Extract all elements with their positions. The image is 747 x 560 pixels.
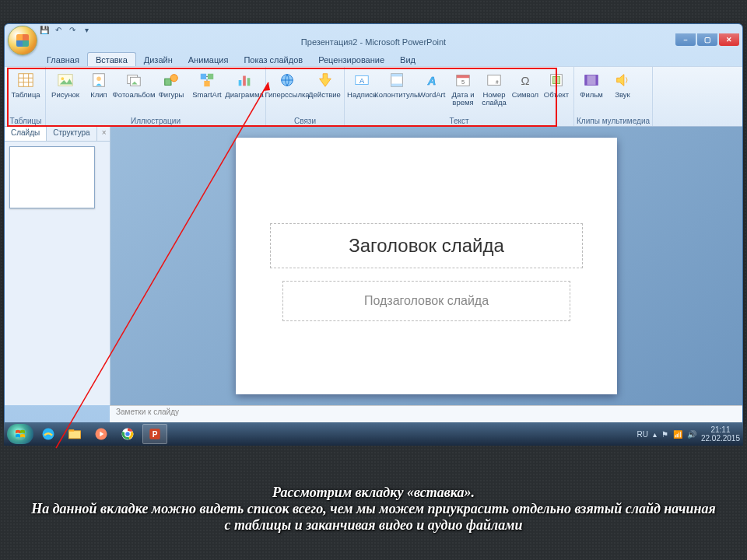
svg-text:P: P	[153, 430, 158, 439]
svg-rect-23	[391, 74, 403, 77]
taskbar-ie[interactable]	[37, 425, 60, 443]
powerpoint-window: 💾 ↶ ↷ ▾ Презентация2 - Microsoft PowerPo…	[4, 23, 743, 424]
headerfooter-icon	[388, 71, 406, 89]
slide-thumbnail-1[interactable]	[9, 146, 95, 208]
svg-point-43	[125, 432, 131, 437]
tab-review[interactable]: Рецензирование	[310, 53, 392, 66]
svg-rect-39	[69, 431, 81, 439]
taskbar-powerpoint[interactable]: P	[142, 424, 167, 444]
svg-rect-10	[130, 77, 140, 86]
picture-icon	[56, 71, 75, 89]
svg-rect-17	[243, 76, 246, 86]
svg-point-37	[14, 428, 27, 441]
notes-pane[interactable]: Заметки к слайду	[110, 405, 742, 423]
svg-rect-0	[19, 74, 33, 87]
navtab-outline[interactable]: Структура	[47, 127, 96, 141]
btn-chart[interactable]: Диаграмма	[226, 69, 263, 100]
btn-object[interactable]: Объект	[542, 69, 571, 100]
slidenum-icon: #	[485, 71, 503, 89]
tab-design[interactable]: Дизайн	[136, 53, 181, 66]
svg-rect-40	[69, 429, 75, 432]
btn-symbol[interactable]: ΩСимвол	[510, 69, 540, 100]
start-button[interactable]	[7, 424, 33, 444]
btn-smartart[interactable]: SmartArt	[190, 69, 224, 100]
wordart-icon: A	[423, 71, 441, 89]
close-button[interactable]: ✕	[719, 33, 739, 46]
window-title: Презентация2 - Microsoft PowerPoint	[301, 37, 446, 47]
tab-view[interactable]: Вид	[392, 53, 423, 66]
btn-textbox[interactable]: AНадпись	[347, 69, 377, 100]
btn-clip[interactable]: Клип	[84, 69, 114, 100]
btn-action[interactable]: Действие	[307, 69, 342, 100]
slide-canvas[interactable]: Заголовок слайда Подзаголовок слайда	[236, 138, 617, 394]
navtab-slides[interactable]: Слайды	[5, 127, 47, 141]
chart-icon	[235, 71, 254, 89]
svg-text:5: 5	[461, 79, 465, 86]
svg-text:Ω: Ω	[521, 75, 530, 87]
symbol-icon: Ω	[516, 71, 535, 89]
taskbar-mediaplayer[interactable]	[89, 425, 113, 443]
svg-text:A: A	[359, 77, 365, 85]
tab-slideshow[interactable]: Показ слайдов	[236, 53, 310, 66]
svg-rect-33	[552, 76, 559, 83]
qat-save-icon[interactable]: 💾	[39, 24, 50, 35]
navpane-close[interactable]: ×	[97, 127, 111, 141]
ribbon-tabs: Главная Вставка Дизайн Анимация Показ сл…	[5, 49, 742, 66]
hyperlink-icon	[278, 71, 296, 89]
btn-table[interactable]: Таблица	[9, 69, 43, 100]
btn-datetime[interactable]: 5Дата и время	[448, 69, 478, 108]
tray-clock[interactable]: 21:11 22.02.2015	[701, 425, 740, 443]
tray-volume-icon[interactable]: 🔊	[687, 430, 696, 439]
windows-logo-icon	[13, 427, 27, 441]
qat-redo-icon[interactable]: ↷	[67, 24, 78, 35]
taskbar-explorer[interactable]	[63, 425, 86, 443]
ribbon-insert: Таблица Таблицы Рисунок Клип Фотоальбом …	[5, 66, 742, 127]
tab-insert[interactable]: Вставка	[87, 52, 136, 66]
group-illustrations: Рисунок Клип Фотоальбом Фигуры SmartArt …	[46, 67, 266, 126]
btn-picture[interactable]: Рисунок	[48, 69, 82, 100]
svg-text:A: A	[427, 75, 437, 87]
tray-network-icon[interactable]: 📶	[673, 430, 682, 439]
qat-undo-icon[interactable]: ↶	[53, 24, 64, 35]
group-links: Гиперссылка Действие Связи	[266, 67, 345, 126]
group-tables: Таблица Таблицы	[6, 67, 46, 126]
svg-point-12	[170, 75, 177, 82]
svg-rect-14	[208, 74, 213, 79]
btn-hyperlink[interactable]: Гиперссылка	[268, 69, 306, 100]
svg-rect-36	[596, 75, 598, 86]
btn-headerfooter[interactable]: Колонтитулы	[378, 69, 416, 100]
minimize-button[interactable]: –	[675, 33, 696, 46]
tab-home[interactable]: Главная	[39, 53, 87, 66]
svg-rect-16	[239, 80, 242, 86]
btn-movie[interactable]: Фильм	[577, 69, 606, 100]
tutorial-caption: Рассмотрим вкладку «вставка». На данной …	[0, 457, 747, 560]
svg-rect-13	[201, 74, 206, 79]
svg-text:#: #	[496, 79, 499, 85]
title-bar: Презентация2 - Microsoft PowerPoint – ▢ …	[5, 35, 742, 49]
btn-slidenum[interactable]: #Номер слайда	[479, 69, 509, 108]
taskbar-chrome[interactable]	[116, 425, 139, 443]
svg-point-8	[96, 76, 101, 81]
title-placeholder[interactable]: Заголовок слайда	[270, 223, 583, 268]
textbox-icon: A	[352, 71, 371, 89]
maximize-button[interactable]: ▢	[697, 33, 717, 46]
office-button[interactable]	[8, 26, 37, 55]
btn-sound[interactable]: Звук	[608, 69, 637, 100]
sound-icon	[613, 71, 632, 89]
action-icon	[315, 71, 334, 89]
object-icon	[547, 71, 566, 89]
svg-rect-15	[204, 81, 209, 86]
tray-flag-icon[interactable]: ⚑	[661, 430, 668, 439]
subtitle-placeholder[interactable]: Подзаголовок слайда	[282, 281, 570, 321]
qat-more-icon[interactable]: ▾	[81, 24, 92, 35]
group-media: Фильм Звук Клипы мультимедиа	[574, 67, 653, 126]
btn-photoalbum[interactable]: Фотоальбом	[115, 69, 153, 100]
svg-rect-35	[585, 75, 587, 86]
shapes-icon	[162, 71, 181, 89]
tray-lang[interactable]: RU	[637, 430, 647, 439]
tray-up-icon[interactable]: ▴	[653, 430, 657, 439]
table-icon	[16, 71, 35, 89]
btn-wordart[interactable]: AWordArt	[417, 69, 447, 100]
btn-shapes[interactable]: Фигуры	[154, 69, 188, 100]
tab-animation[interactable]: Анимация	[181, 53, 237, 66]
